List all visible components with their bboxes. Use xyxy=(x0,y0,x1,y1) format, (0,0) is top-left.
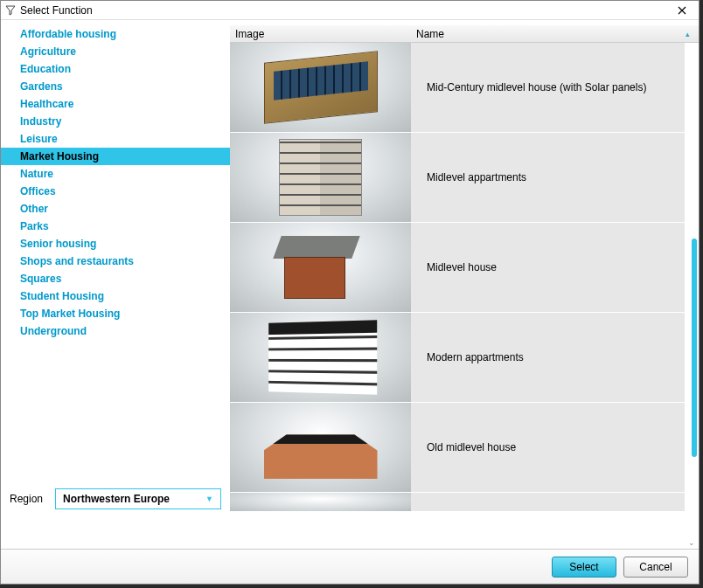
region-dropdown-value: Northwestern Europe xyxy=(63,493,170,505)
category-sidebar: Affordable housingAgricultureEducationGa… xyxy=(1,20,230,549)
sidebar-item-leisure[interactable]: Leisure xyxy=(1,130,230,148)
table-row[interactable]: Midlevel appartments xyxy=(230,133,685,223)
row-name: Midlevel house xyxy=(411,223,685,312)
titlebar: Select Function xyxy=(1,1,699,20)
dropdown-caret-icon: ▼ xyxy=(205,495,213,503)
sidebar-item-parks[interactable]: Parks xyxy=(1,218,230,235)
row-name: Midlevel appartments xyxy=(411,133,685,222)
row-thumbnail xyxy=(230,133,411,222)
sidebar-item-student-housing[interactable]: Student Housing xyxy=(1,287,230,305)
table-header: Image Name ▴ xyxy=(230,25,699,43)
sidebar-item-healthcare[interactable]: Healthcare xyxy=(1,95,230,113)
row-thumbnail xyxy=(230,493,411,511)
row-thumbnail xyxy=(230,313,411,402)
sidebar-item-industry[interactable]: Industry xyxy=(1,113,230,130)
sidebar-item-offices[interactable]: Offices xyxy=(1,183,230,200)
dialog-footer: Select Cancel xyxy=(1,549,699,584)
sidebar-item-other[interactable]: Other xyxy=(1,200,230,218)
scrollbar[interactable] xyxy=(692,239,697,501)
window-title: Select Function xyxy=(20,4,669,17)
row-name xyxy=(411,493,685,511)
row-name: Mid-Century midlevel house (with Solar p… xyxy=(411,43,685,132)
select-button[interactable]: Select xyxy=(552,557,616,578)
sidebar-item-market-housing[interactable]: Market Housing xyxy=(1,148,230,165)
table-row[interactable]: Mid-Century midlevel house (with Solar p… xyxy=(230,43,685,133)
row-thumbnail xyxy=(230,403,411,492)
column-header-image[interactable]: Image xyxy=(230,28,411,40)
sidebar-item-nature[interactable]: Nature xyxy=(1,165,230,183)
sidebar-item-agriculture[interactable]: Agriculture xyxy=(1,43,230,60)
column-header-name-label: Name xyxy=(416,28,444,40)
scrollbar-thumb[interactable] xyxy=(692,239,697,457)
table-body: Mid-Century midlevel house (with Solar p… xyxy=(230,43,699,549)
sidebar-item-shops-and-restaurants[interactable]: Shops and restaurants xyxy=(1,252,230,270)
table-row[interactable]: Old midlevel house xyxy=(230,403,685,493)
chevron-down-icon[interactable]: ⌄ xyxy=(688,538,695,547)
table-row[interactable] xyxy=(230,493,685,512)
select-function-dialog: Select Function Affordable housingAgricu… xyxy=(0,0,700,585)
table-row[interactable]: Modern appartments xyxy=(230,313,685,403)
sidebar-item-top-market-housing[interactable]: Top Market Housing xyxy=(1,305,230,322)
filter-icon xyxy=(4,4,17,17)
content-area: Affordable housingAgricultureEducationGa… xyxy=(1,20,699,549)
row-name: Old midlevel house xyxy=(411,403,685,492)
region-dropdown[interactable]: Northwestern Europe ▼ xyxy=(55,488,221,509)
sidebar-item-education[interactable]: Education xyxy=(1,60,230,78)
region-selector-row: Region Northwestern Europe ▼ xyxy=(10,488,221,509)
sidebar-item-senior-housing[interactable]: Senior housing xyxy=(1,235,230,252)
sort-ascending-icon: ▴ xyxy=(686,30,690,38)
close-button[interactable] xyxy=(669,2,695,19)
region-label: Region xyxy=(10,493,43,505)
table-row[interactable]: Midlevel house xyxy=(230,223,685,313)
sidebar-item-squares[interactable]: Squares xyxy=(1,270,230,287)
column-header-name[interactable]: Name ▴ xyxy=(411,28,699,40)
cancel-button[interactable]: Cancel xyxy=(623,557,688,578)
sidebar-item-gardens[interactable]: Gardens xyxy=(1,78,230,95)
main-panel: Image Name ▴ Mid-Century midlevel house … xyxy=(230,20,699,549)
sidebar-item-affordable-housing[interactable]: Affordable housing xyxy=(1,25,230,43)
row-name: Modern appartments xyxy=(411,313,685,402)
row-thumbnail xyxy=(230,223,411,312)
sidebar-item-underground[interactable]: Underground xyxy=(1,322,230,340)
row-thumbnail xyxy=(230,43,411,132)
